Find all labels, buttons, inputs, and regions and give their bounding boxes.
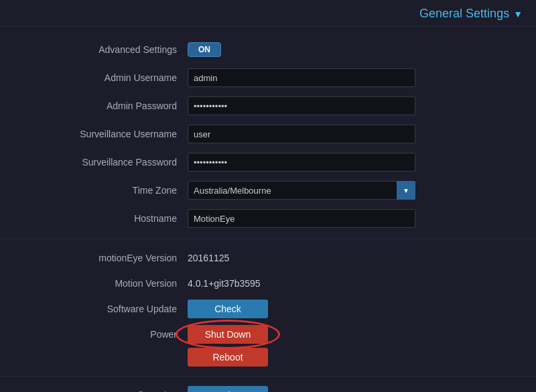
hostname-row: Hostname xyxy=(13,208,523,229)
config-section: Configuration Backup Restore xyxy=(0,386,536,392)
timezone-row: Time Zone Australia/Melbourne UTC Americ… xyxy=(13,180,523,201)
surveillance-username-row: Surveillance Username xyxy=(13,123,523,145)
software-update-control: Check xyxy=(188,300,268,318)
admin-username-control xyxy=(188,68,523,87)
admin-password-label: Admin Password xyxy=(13,101,188,111)
advanced-settings-toggle[interactable]: ON xyxy=(188,42,221,57)
shutdown-wrapper: Shut Down xyxy=(188,325,268,344)
power-label: Power xyxy=(13,325,188,340)
timezone-select-wrapper: Australia/Melbourne UTC America/New_York… xyxy=(188,181,415,200)
surveillance-password-input[interactable] xyxy=(188,153,415,172)
surveillance-username-input[interactable] xyxy=(188,125,415,143)
backup-button[interactable]: Backup xyxy=(188,386,268,392)
motioneye-version-value: 20161125 xyxy=(188,253,229,263)
software-update-row: Software Update Check xyxy=(13,300,523,318)
motioneye-version-row: motionEye Version 20161125 xyxy=(13,249,523,267)
power-row: Power Shut Down Reboot xyxy=(13,325,523,367)
main-content: Advanced Settings ON Admin Username Admi… xyxy=(0,27,536,392)
configuration-controls: Backup Restore xyxy=(188,386,268,392)
admin-username-label: Admin Username xyxy=(13,72,188,83)
shutdown-button[interactable]: Shut Down xyxy=(188,325,268,344)
surveillance-password-row: Surveillance Password xyxy=(13,151,523,173)
configuration-label: Configuration xyxy=(13,386,188,392)
configuration-row: Configuration Backup Restore xyxy=(13,386,523,392)
check-button[interactable]: Check xyxy=(188,300,268,318)
advanced-settings-label: Advanced Settings xyxy=(13,44,188,55)
admin-password-input[interactable] xyxy=(188,96,415,115)
motioneye-version-label: motionEye Version xyxy=(13,253,188,263)
advanced-settings-row: Advanced Settings ON xyxy=(13,39,523,60)
chevron-down-icon[interactable]: ▼ xyxy=(513,9,523,19)
hostname-control xyxy=(188,209,523,228)
general-settings-title: General Settings xyxy=(419,7,509,21)
timezone-select[interactable]: Australia/Melbourne UTC America/New_York… xyxy=(188,181,415,200)
info-section: motionEye Version 20161125 Motion Versio… xyxy=(0,249,536,367)
admin-password-row: Admin Password xyxy=(13,95,523,117)
motion-version-row: Motion Version 4.0.1+git37b3595 xyxy=(13,274,523,293)
admin-username-row: Admin Username xyxy=(13,67,523,88)
reboot-button[interactable]: Reboot xyxy=(188,348,268,367)
software-update-label: Software Update xyxy=(13,304,188,314)
hostname-label: Hostname xyxy=(13,213,188,224)
surveillance-password-label: Surveillance Password xyxy=(13,157,188,168)
divider-2 xyxy=(0,376,536,377)
hostname-input[interactable] xyxy=(188,209,415,228)
timezone-control: Australia/Melbourne UTC America/New_York… xyxy=(188,181,523,200)
admin-password-control xyxy=(188,96,523,115)
motion-version-value: 4.0.1+git37b3595 xyxy=(188,278,261,289)
surveillance-username-label: Surveillance Username xyxy=(13,129,188,139)
admin-username-input[interactable] xyxy=(188,68,415,87)
divider-1 xyxy=(0,239,536,239)
advanced-settings-control: ON xyxy=(188,42,523,57)
header-title: General Settings ▼ xyxy=(419,7,523,21)
surveillance-username-control xyxy=(188,125,523,143)
surveillance-password-control xyxy=(188,153,523,172)
form-section: Advanced Settings ON Admin Username Admi… xyxy=(0,39,536,229)
motion-version-label: Motion Version xyxy=(13,278,188,289)
timezone-label: Time Zone xyxy=(13,185,188,196)
header: General Settings ▼ xyxy=(0,0,536,27)
power-controls: Shut Down Reboot xyxy=(188,325,268,367)
page-container: General Settings ▼ Advanced Settings ON … xyxy=(0,0,536,392)
